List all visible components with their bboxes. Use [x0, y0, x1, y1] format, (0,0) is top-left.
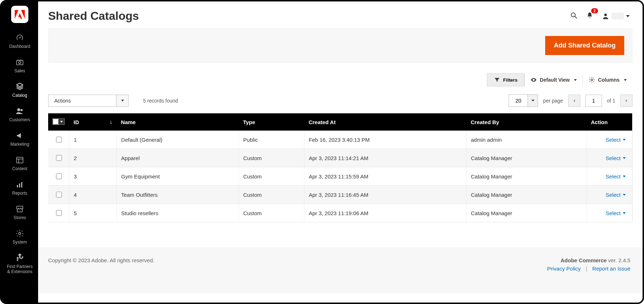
row-checkbox[interactable]: [56, 137, 62, 142]
row-action-select[interactable]: Select: [606, 155, 626, 161]
chevron-down-icon: [626, 15, 630, 17]
cell-name: Gym Equipment: [117, 167, 239, 186]
system-icon: [1, 229, 38, 238]
sidebar-item-partners[interactable]: Find Partners & Extensions: [1, 250, 38, 279]
privacy-policy-link[interactable]: Privacy Policy: [547, 266, 580, 272]
cell-type: Custom: [239, 167, 304, 186]
columns-button[interactable]: Columns: [583, 74, 632, 86]
svg-marker-1: [21, 10, 25, 19]
cell-name: Apparel: [117, 149, 239, 167]
next-page-button[interactable]: [620, 95, 632, 107]
svg-rect-8: [17, 60, 22, 60]
table-row: 5Studio resellersCustomApr 3, 2023 11:19…: [48, 204, 632, 222]
sidebar-item-label: Find Partners & Extensions: [1, 264, 38, 274]
svg-point-20: [604, 13, 607, 16]
table-row: 1Default (General)PublicFeb 16, 2023 3:4…: [48, 131, 632, 149]
row-action-select[interactable]: Select: [606, 192, 626, 198]
row-action-select[interactable]: Select: [606, 173, 626, 180]
cell-created-at: Feb 16, 2023 3:40:13 PM: [304, 131, 466, 149]
sidebar-item-marketing[interactable]: Marketing: [1, 127, 38, 152]
sidebar-item-system[interactable]: System: [1, 225, 38, 250]
column-header-type[interactable]: Type: [239, 113, 304, 131]
user-icon: [602, 12, 610, 20]
svg-point-17: [19, 232, 21, 235]
cell-id: 4: [69, 186, 117, 204]
marketing-icon: [1, 131, 38, 140]
sidebar-item-sales[interactable]: Sales: [1, 54, 38, 78]
sidebar-item-stores[interactable]: Stores: [1, 201, 38, 225]
records-count: 5 records found: [143, 98, 178, 104]
page-input[interactable]: [585, 95, 602, 107]
row-action-select[interactable]: Select: [606, 210, 626, 216]
prev-page-button[interactable]: [568, 95, 580, 107]
page-size-select[interactable]: [509, 94, 538, 107]
table-row: 2ApparelCustomApr 3, 2023 11:14:21 AMCat…: [48, 149, 632, 167]
cell-created-at: Apr 3, 2023 11:15:59 AM: [304, 167, 466, 186]
cell-type: Public: [239, 131, 304, 149]
table-row: 4Team OutfittersCustomApr 3, 2023 11:16:…: [48, 186, 632, 204]
table-row: 3Gym EquipmentCustomApr 3, 2023 11:15:59…: [48, 167, 632, 186]
cell-id: 1: [69, 131, 117, 149]
add-shared-catalog-button[interactable]: Add Shared Catalog: [545, 36, 624, 55]
svg-point-10: [20, 109, 23, 111]
page-size-input[interactable]: [509, 94, 528, 107]
svg-rect-6: [17, 60, 23, 65]
actions-dropdown[interactable]: Actions: [48, 95, 129, 107]
column-header-name[interactable]: Name: [117, 113, 239, 131]
cell-created-by: Catalog Manager: [466, 149, 587, 167]
row-checkbox[interactable]: [56, 155, 62, 161]
eye-icon: [530, 77, 537, 83]
sidebar-item-customers[interactable]: Customers: [1, 103, 38, 127]
search-button[interactable]: [570, 12, 578, 21]
column-header-select[interactable]: [48, 113, 69, 131]
svg-point-18: [571, 13, 575, 17]
column-header-created-by[interactable]: Created By: [466, 113, 587, 131]
svg-marker-0: [15, 10, 18, 19]
select-all-checkbox[interactable]: [53, 119, 59, 124]
column-header-id[interactable]: ID↓: [69, 113, 117, 131]
svg-rect-11: [17, 157, 23, 163]
svg-rect-14: [17, 185, 18, 187]
shared-catalogs-table: ID↓ Name Type Created At Created By Acti…: [48, 113, 632, 222]
cell-created-at: Apr 3, 2023 11:19:06 AM: [304, 204, 466, 222]
cell-id: 3: [69, 167, 117, 186]
notifications-badge: 2: [591, 8, 598, 13]
per-page-label: per page: [543, 98, 563, 104]
row-checkbox[interactable]: [56, 192, 62, 198]
svg-rect-16: [21, 182, 22, 187]
gear-icon: [589, 77, 595, 83]
partners-icon: [1, 253, 38, 263]
cell-created-by: admin admin: [466, 131, 587, 149]
row-checkbox[interactable]: [56, 210, 62, 216]
chevron-down-icon[interactable]: [116, 95, 129, 107]
customers-icon: [1, 106, 38, 116]
chevron-down-icon: [574, 79, 577, 81]
sidebar-item-catalog[interactable]: Catalog: [1, 78, 38, 103]
svg-point-22: [591, 79, 593, 81]
chevron-down-icon[interactable]: [528, 94, 538, 107]
reports-icon: [1, 180, 38, 189]
cell-name: Team Outfitters: [117, 186, 239, 204]
notifications-button[interactable]: 2: [586, 12, 594, 21]
cell-created-at: Apr 3, 2023 11:16:45 AM: [304, 186, 466, 204]
svg-line-19: [575, 17, 577, 19]
cell-type: Custom: [239, 204, 304, 222]
column-header-created-at[interactable]: Created At: [304, 113, 466, 131]
row-checkbox[interactable]: [56, 173, 62, 179]
sort-desc-icon: ↓: [110, 119, 112, 125]
row-action-select[interactable]: Select: [606, 137, 626, 143]
sidebar: Dashboard Sales Catalog Customers Market…: [1, 1, 38, 303]
sidebar-item-content[interactable]: Content: [1, 152, 38, 176]
sidebar-item-dashboard[interactable]: Dashboard: [1, 30, 38, 54]
cell-id: 5: [69, 204, 117, 222]
content-icon: [1, 155, 38, 165]
logo[interactable]: [11, 6, 28, 23]
account-menu[interactable]: [602, 12, 630, 20]
filters-button[interactable]: Filters: [487, 73, 524, 86]
sidebar-item-reports[interactable]: Reports: [1, 176, 38, 201]
report-issue-link[interactable]: Report an Issue: [592, 266, 630, 272]
chevron-down-icon[interactable]: [59, 119, 64, 124]
svg-rect-15: [19, 183, 20, 187]
default-view-button[interactable]: Default View: [524, 74, 583, 86]
stores-icon: [1, 204, 38, 214]
